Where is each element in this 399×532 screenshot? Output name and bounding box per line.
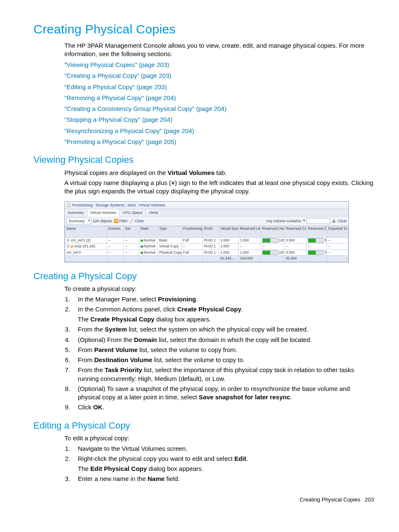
- view-p2: A virtual copy name displaying a plus (+…: [64, 179, 374, 196]
- column-filter-label: Any column contains:: [266, 218, 302, 224]
- toc-link-3[interactable]: "Removing a Physical Copy" (page 204): [64, 94, 176, 101]
- edit-steps: Navigate to the Virtual Volumes screen. …: [64, 445, 374, 483]
- col-header[interactable]: Set: [124, 226, 139, 237]
- col-header[interactable]: State: [139, 226, 158, 237]
- col-header[interactable]: Reserved User Size (GiB): [238, 226, 261, 237]
- tab-cpg-space[interactable]: CPG Space: [120, 209, 146, 216]
- toc-link-6[interactable]: "Resynchronizing a Physical Copy" (page …: [64, 127, 194, 134]
- tab-virtual-volumes[interactable]: Virtual Volumes: [87, 209, 120, 216]
- object-count: 128 objects: [93, 218, 112, 224]
- search-input[interactable]: [307, 218, 330, 224]
- filter-link[interactable]: 🔽 Filter: [114, 218, 128, 224]
- view-dropdown[interactable]: Summary: [66, 218, 91, 224]
- col-header[interactable]: Exported To: [327, 226, 348, 237]
- section-editing: Editing a Physical Copy: [33, 419, 374, 432]
- col-header[interactable]: Reserved Copy Size (GiB): [284, 226, 307, 237]
- toc-link-1[interactable]: "Creating a Physical Copy" (page 203): [64, 72, 171, 79]
- col-header[interactable]: Virtual Size (GiB): [219, 226, 238, 237]
- col-header[interactable]: Type: [158, 226, 182, 237]
- toc-link-5[interactable]: "Stopping a Physical Copy" (page 204): [64, 116, 172, 123]
- volumes-table: NameDomainSetStateTypeProvisioningRAIDVi…: [65, 226, 348, 262]
- tab-summary[interactable]: Summary: [65, 209, 87, 216]
- create-lead: To create a physical copy:: [64, 285, 374, 293]
- virtual-volumes-screenshot: 📋 Provisioning : Storage Systems : s016 …: [64, 201, 349, 262]
- totals-row: 51,342....104.00031.500: [65, 256, 348, 262]
- page-footer: Creating Physical Copies 203: [33, 496, 374, 504]
- edit-lead: To edit a physical copy:: [64, 434, 374, 442]
- create-steps: In the Manager Pane, select Provisioning…: [64, 295, 374, 412]
- intro-paragraph: The HP 3PAR Management Console allows yo…: [64, 41, 374, 59]
- table-row[interactable]: cm_vvF2----NormalPhysical CopyFullRAID 1…: [65, 249, 348, 255]
- col-header[interactable]: Reserved User Size (% Virtual): [261, 226, 284, 237]
- col-header[interactable]: Name: [65, 226, 107, 237]
- toc-link-2[interactable]: "Editing a Physical Copy" (page 203): [64, 83, 167, 90]
- print-icon[interactable]: 🖨: [332, 218, 336, 224]
- clear-tool-link[interactable]: 🧹 Clear: [129, 218, 144, 224]
- col-header[interactable]: Reserved Copy Size (% Virtual): [307, 226, 327, 237]
- section-viewing: Viewing Physical Copies: [33, 154, 374, 166]
- tab-alerts[interactable]: Alerts: [146, 209, 161, 216]
- page-title: Creating Physical Copies: [33, 21, 374, 38]
- table-row[interactable]: ⊟ vvcp.161.162----NormalVirtual Copy--RA…: [65, 244, 348, 249]
- toc-link-0[interactable]: "Viewing Physical Copies" (page 203): [64, 61, 169, 68]
- table-row[interactable]: ⊟ cm_vvF1 (2)----NormalBaseFullRAID 11.0…: [65, 237, 348, 243]
- clear-link[interactable]: Clear: [338, 218, 347, 224]
- view-p1: Physical copies are displayed on the Vir…: [64, 169, 374, 177]
- breadcrumb: 📋 Provisioning : Storage Systems : s016 …: [65, 202, 348, 209]
- toc-link-4[interactable]: "Creating a Consistency Group Physical C…: [64, 105, 227, 112]
- col-header[interactable]: Provisioning: [182, 226, 203, 237]
- section-creating: Creating a Physical Copy: [33, 270, 374, 283]
- col-header[interactable]: RAID: [203, 226, 219, 237]
- col-header[interactable]: Domain: [107, 226, 124, 237]
- toc-link-7[interactable]: "Promoting a Physical Copy" (page 205): [64, 138, 176, 145]
